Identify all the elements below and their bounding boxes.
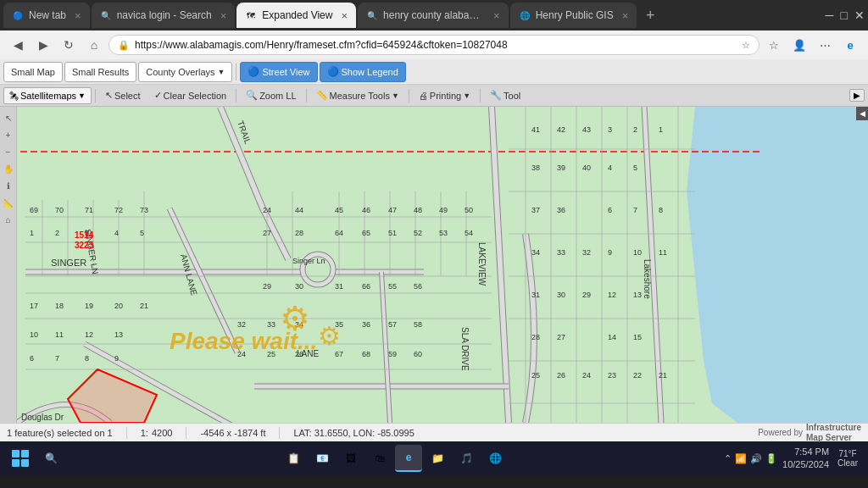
home-button[interactable]: ⌂ xyxy=(83,34,105,56)
sidebar-tool-zoom-out[interactable]: − xyxy=(1,144,16,159)
satellite-dropdown-icon: ▼ xyxy=(78,92,86,100)
new-tab-button[interactable]: + xyxy=(638,3,662,27)
close-button[interactable]: ✕ xyxy=(854,8,865,22)
tab-close-4[interactable]: × xyxy=(493,9,500,22)
svg-text:30: 30 xyxy=(557,291,565,299)
svg-text:6: 6 xyxy=(30,354,34,363)
street-view-button[interactable]: 🔵 Street View xyxy=(240,62,317,82)
search-icon[interactable]: 🔍 xyxy=(37,445,64,472)
zoom-ll-button[interactable]: 🔍 Zoom LL xyxy=(240,87,302,104)
taskbar-apps: 📋 📧 🖼 🛍 e 📁 🎵 🌐 xyxy=(68,445,721,472)
svg-text:58: 58 xyxy=(414,320,422,329)
tab-bar: 🔵 New tab × 🔍 navica login - Search × 🗺 … xyxy=(0,0,868,30)
taskbar-app-widgets[interactable]: 📋 xyxy=(280,445,307,472)
svg-text:28: 28 xyxy=(295,229,303,237)
zoom-icon: 🔍 xyxy=(246,90,258,101)
taskbar-app-store[interactable]: 🛍 xyxy=(366,445,393,472)
svg-text:28: 28 xyxy=(531,333,540,341)
svg-text:13: 13 xyxy=(114,330,123,339)
satellite-dropdown[interactable]: 🛰 Satellitemaps ▼ xyxy=(3,87,92,104)
svg-text:2: 2 xyxy=(633,125,637,134)
map-right-control[interactable]: ◀ xyxy=(856,107,868,120)
address-text: https://www.alabamagis.com/Henry/framese… xyxy=(135,39,737,51)
taskbar-network-icon[interactable]: 📶 xyxy=(735,453,747,464)
minimize-button[interactable]: ─ xyxy=(826,8,834,22)
show-legend-button[interactable]: 🔵 Show Legend xyxy=(320,62,406,82)
taskbar-hidden-icon[interactable]: ⌃ xyxy=(724,453,732,464)
svg-text:24: 24 xyxy=(582,371,591,380)
taskbar-app-mail[interactable]: 📧 xyxy=(309,445,336,472)
tool-sep-5 xyxy=(480,89,481,103)
taskbar-app-edge[interactable]: e xyxy=(395,445,422,472)
svg-text:11: 11 xyxy=(55,330,64,339)
back-button[interactable]: ◀ xyxy=(7,34,29,56)
clock-date: 10/25/2024 xyxy=(782,458,829,471)
svg-text:52: 52 xyxy=(414,229,422,237)
taskbar-time[interactable]: 7:54 PM 10/25/2024 xyxy=(782,446,829,472)
map-container[interactable]: 69 70 71 72 73 24 44 45 46 47 48 49 50 1… xyxy=(0,107,868,423)
svg-text:7: 7 xyxy=(633,206,637,214)
maximize-button[interactable]: □ xyxy=(841,8,848,22)
clear-selection-button[interactable]: ✓ Clear Selection xyxy=(148,87,233,104)
small-map-button[interactable]: Small Map xyxy=(3,62,63,82)
svg-text:59: 59 xyxy=(388,350,397,358)
tab-close-1[interactable]: × xyxy=(75,9,81,22)
svg-text:43: 43 xyxy=(582,125,591,134)
taskbar-app-chrome[interactable]: 🌐 xyxy=(481,445,509,472)
tool-label: Tool xyxy=(504,91,520,101)
tab-new-tab[interactable]: 🔵 New tab × xyxy=(3,3,90,28)
svg-text:8: 8 xyxy=(85,354,89,363)
extensions-button[interactable]: ☆ xyxy=(763,34,785,56)
tab-navica[interactable]: 🔍 navica login - Search × xyxy=(92,3,236,28)
clear-icon: ✓ xyxy=(154,90,162,101)
taskbar-battery-icon[interactable]: 🔋 xyxy=(765,453,777,464)
measure-tools-button[interactable]: 📏 Measure Tools ▼ xyxy=(310,87,405,104)
svg-text:12: 12 xyxy=(85,330,93,339)
tool-sep-1 xyxy=(95,89,96,103)
tool-sep-4 xyxy=(409,89,409,103)
printing-button[interactable]: 🖨 Printing ▼ xyxy=(413,87,476,104)
zoom-ll-label: Zoom LL xyxy=(259,91,296,101)
svg-text:1: 1 xyxy=(30,229,34,237)
svg-text:6: 6 xyxy=(608,206,612,214)
sidebar-tool-pan[interactable]: ✋ xyxy=(1,161,16,176)
collapse-toolbar-button[interactable]: ▶ xyxy=(849,89,865,102)
tab-close-3[interactable]: × xyxy=(341,9,348,22)
sidebar-tool-home[interactable]: ⌂ xyxy=(1,212,16,227)
address-bar[interactable]: 🔒 https://www.alabamagis.com/Henry/frame… xyxy=(108,35,760,55)
taskbar-app-photos[interactable]: 🖼 xyxy=(337,445,364,472)
start-button[interactable] xyxy=(7,445,34,472)
edge-icon[interactable]: e xyxy=(839,34,861,56)
svg-text:26: 26 xyxy=(557,371,565,380)
taskbar-app-files[interactable]: 📁 xyxy=(424,445,451,472)
small-results-button[interactable]: Small Results xyxy=(64,62,136,82)
svg-text:32: 32 xyxy=(582,248,591,257)
tab-henry[interactable]: 🔍 henry county alabama… × xyxy=(358,3,509,28)
svg-text:70: 70 xyxy=(55,206,64,214)
profile-button[interactable]: 👤 xyxy=(788,34,810,56)
forward-button[interactable]: ▶ xyxy=(32,34,54,56)
sidebar-tool-identify[interactable]: ℹ xyxy=(1,178,16,193)
sidebar-tool-arrow[interactable]: ↖ xyxy=(1,110,16,125)
sidebar-tool-zoom-in[interactable]: + xyxy=(1,127,16,142)
sidebar-tool-measure[interactable]: 📐 xyxy=(1,195,16,210)
tool-sep-2 xyxy=(236,89,236,103)
tab-close-2[interactable]: × xyxy=(220,9,227,22)
taskbar-app-spotify[interactable]: 🎵 xyxy=(453,445,480,472)
svg-text:54: 54 xyxy=(465,229,473,237)
status-sep-3 xyxy=(279,427,280,439)
tab-title-2: navica login - Search xyxy=(117,9,212,21)
tab-close-5[interactable]: × xyxy=(622,9,629,22)
show-legend-icon: 🔵 xyxy=(327,66,339,77)
refresh-button[interactable]: ↻ xyxy=(58,34,80,56)
coordinates-display: -4546 x -1874 ft xyxy=(200,428,265,438)
tab-henry-gis[interactable]: 🌐 Henry Public GIS × xyxy=(510,3,637,28)
county-overlays-button[interactable]: County Overlays ▼ xyxy=(138,62,232,82)
select-tool-button[interactable]: ↖ Select xyxy=(99,87,147,104)
taskbar-volume-icon[interactable]: 🔊 xyxy=(750,453,762,464)
tab-expanded-view[interactable]: 🗺 Expanded View × xyxy=(236,3,356,28)
svg-text:9: 9 xyxy=(608,248,612,257)
clock-time: 7:54 PM xyxy=(782,446,829,458)
tool-button[interactable]: 🔧 Tool xyxy=(484,87,526,104)
more-button[interactable]: ⋯ xyxy=(814,34,836,56)
